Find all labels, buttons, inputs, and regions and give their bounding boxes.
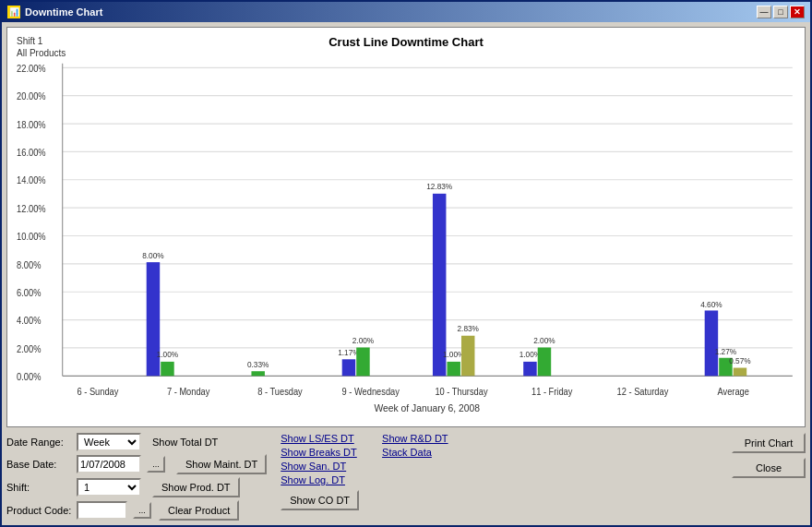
svg-text:9 - Wednesday: 9 - Wednesday (342, 387, 400, 398)
svg-text:4.60%: 4.60% (700, 299, 722, 309)
bar-average-maint (705, 310, 718, 376)
product-code-row: Product Code: ... Clear Product (6, 500, 267, 521)
svg-text:10.00%: 10.00% (17, 232, 46, 243)
bar-average-co (734, 368, 746, 377)
svg-text:2.83%: 2.83% (457, 324, 479, 334)
bar-wednesday-maint (342, 359, 355, 376)
base-date-input[interactable] (77, 455, 141, 473)
date-range-label: Date Range: (6, 437, 73, 448)
chart-container: Shift 1 All Products Crust Line Downtime… (6, 27, 806, 427)
svg-text:0.00%: 0.00% (17, 371, 42, 382)
svg-text:2.00%: 2.00% (533, 336, 555, 346)
show-san-dt-label: Show San. DT (281, 461, 359, 472)
show-co-dt-button[interactable]: Show CO DT (281, 490, 359, 510)
show-maint-dt-button[interactable]: Show Maint. DT (176, 454, 267, 474)
bar-friday-prod (538, 348, 551, 377)
svg-text:0.57%: 0.57% (729, 356, 751, 366)
product-code-label: Product Code: (6, 505, 73, 516)
svg-text:6.00%: 6.00% (17, 287, 42, 298)
maximize-button[interactable]: □ (773, 6, 788, 18)
svg-text:Week of January 6, 2008: Week of January 6, 2008 (374, 401, 480, 413)
shift-label: Shift: (6, 482, 73, 493)
left-controls: Date Range: Week Month Year Show Total D… (6, 433, 267, 521)
svg-text:4.00%: 4.00% (17, 316, 42, 327)
chart-svg: 22.00% 20.00% 18.00% 16.00% 14.00% 12.00… (15, 53, 797, 419)
show-links-left: Show LS/ES DT Show Breaks DT Show San. D… (281, 433, 359, 510)
shift-select[interactable]: 1 2 3 All (77, 478, 141, 497)
svg-text:12.00%: 12.00% (17, 203, 46, 214)
close-title-button[interactable]: ✕ (790, 6, 805, 18)
svg-text:14.00%: 14.00% (17, 175, 46, 186)
svg-text:10 - Thursday: 10 - Thursday (435, 387, 487, 398)
chart-title: Crust Line Downtime Chart (15, 35, 797, 49)
svg-text:Average: Average (717, 387, 749, 398)
show-log-dt-label: Show Log. DT (281, 474, 359, 485)
base-date-browse-button[interactable]: ... (147, 456, 165, 473)
product-code-input[interactable] (77, 501, 127, 520)
main-window: 📊 Downtime Chart — □ ✕ Shift 1 All Produ… (0, 0, 812, 527)
show-ls-es-dt-label: Show LS/ES DT (281, 433, 359, 444)
base-date-label: Base Date: (6, 459, 73, 470)
svg-text:12 - Saturday: 12 - Saturday (617, 387, 669, 398)
show-rnd-dt-label: Show R&D DT (382, 433, 448, 444)
svg-text:8 - Tuesday: 8 - Tuesday (257, 387, 303, 398)
svg-text:16.00%: 16.00% (17, 148, 46, 159)
stack-data-label: Stack Data (382, 447, 448, 458)
show-total-dt-label: Show Total DT (152, 437, 218, 448)
subtitle-line1: Shift 1 (17, 35, 66, 47)
title-bar: 📊 Downtime Chart — □ ✕ (2, 2, 810, 22)
svg-text:0.33%: 0.33% (247, 359, 269, 369)
title-bar-left: 📊 Downtime Chart (7, 6, 102, 18)
window-title: Downtime Chart (25, 6, 102, 18)
svg-text:7 - Monday: 7 - Monday (167, 387, 210, 398)
title-bar-controls: — □ ✕ (757, 6, 805, 18)
base-date-row: Base Date: ... Show Maint. DT (6, 454, 267, 474)
svg-text:20.00%: 20.00% (17, 91, 46, 102)
bar-wednesday-prod (356, 348, 369, 377)
svg-text:8.00%: 8.00% (142, 251, 164, 261)
shift-row: Shift: 1 2 3 All Show Prod. DT (6, 477, 267, 497)
bar-thursday-maint (433, 194, 446, 376)
svg-text:1.00%: 1.00% (157, 350, 179, 360)
bar-thursday-prod (447, 362, 460, 376)
minimize-button[interactable]: — (757, 6, 771, 18)
content-area: Shift 1 All Products Crust Line Downtime… (2, 22, 810, 525)
window-icon: 📊 (7, 6, 20, 18)
svg-text:12.83%: 12.83% (426, 182, 452, 192)
svg-text:1.27%: 1.27% (715, 346, 737, 356)
show-prod-dt-button[interactable]: Show Prod. DT (152, 477, 240, 497)
product-browse-button[interactable]: ... (133, 502, 151, 519)
svg-text:11 - Friday: 11 - Friday (531, 387, 572, 398)
bar-tuesday-prod (251, 371, 264, 376)
show-breaks-dt-label: Show Breaks DT (281, 447, 359, 458)
bar-monday-prod (161, 362, 173, 376)
close-button[interactable]: Close (732, 458, 806, 478)
svg-text:22.00%: 22.00% (17, 63, 46, 74)
show-links-right: Show R&D DT Stack Data (382, 433, 448, 510)
bar-thursday-co (461, 336, 474, 377)
svg-text:2.00%: 2.00% (17, 343, 42, 354)
svg-text:18.00%: 18.00% (17, 119, 46, 130)
svg-text:8.00%: 8.00% (17, 259, 42, 270)
svg-text:2.00%: 2.00% (352, 336, 375, 346)
controls-area: Date Range: Week Month Year Show Total D… (6, 433, 806, 521)
print-chart-button[interactable]: Print Chart (732, 433, 806, 453)
bar-friday-maint (523, 362, 536, 376)
bottom-right-buttons: Print Chart Close (732, 433, 806, 480)
date-range-row: Date Range: Week Month Year Show Total D… (6, 433, 267, 451)
clear-product-button[interactable]: Clear Product (159, 500, 239, 521)
date-range-select[interactable]: Week Month Year (77, 433, 141, 451)
svg-text:6 - Sunday: 6 - Sunday (78, 387, 119, 398)
middle-controls: Show LS/ES DT Show Breaks DT Show San. D… (276, 433, 448, 510)
